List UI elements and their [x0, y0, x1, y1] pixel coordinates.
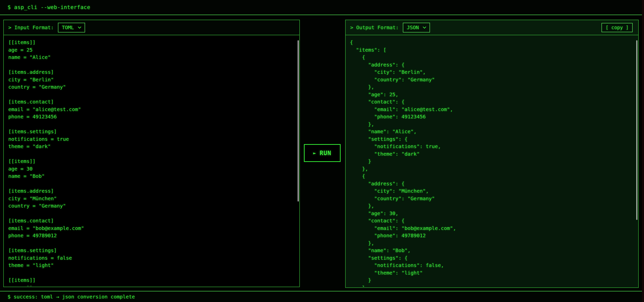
screen-right-edge — [642, 0, 644, 302]
chevron-down-icon — [422, 26, 426, 29]
input-panel: > Input Format: TOML [[items]] age = 25 … — [3, 20, 300, 287]
app-command: $ asp_cli --web-interface — [8, 4, 90, 10]
output-format-select[interactable]: JSON — [403, 23, 430, 32]
app-header: $ asp_cli --web-interface — [0, 0, 644, 15]
terminal-web-interface: $ asp_cli --web-interface > Input Format… — [0, 0, 644, 302]
status-bar: $ success: toml → json conversion comple… — [0, 291, 644, 302]
output-panel: > Output Format: JSON [ copy ] { "items"… — [345, 20, 639, 288]
input-format-label: > Input Format: — [8, 24, 54, 30]
run-button-label: RUN — [320, 150, 331, 157]
input-format-select[interactable]: TOML — [58, 23, 85, 32]
input-scrollbar-thumb[interactable] — [298, 40, 299, 202]
play-icon: ► — [313, 151, 316, 155]
output-viewer[interactable]: { "items": [ { "address": { "city": "Ber… — [346, 35, 638, 287]
run-button[interactable]: ► RUN — [304, 144, 341, 162]
output-format-value: JSON — [407, 24, 419, 30]
chevron-down-icon — [78, 26, 82, 29]
output-panel-header: > Output Format: JSON [ copy ] — [346, 20, 638, 35]
input-editor[interactable]: [[items]] age = 25 name = "Alice" [items… — [4, 35, 299, 286]
output-scrollbar-thumb[interactable] — [636, 40, 637, 220]
copy-button[interactable]: [ copy ] — [601, 23, 633, 32]
input-format-value: TOML — [62, 24, 74, 30]
status-message: $ success: toml → json conversion comple… — [8, 294, 135, 300]
input-panel-header: > Input Format: TOML — [4, 20, 299, 35]
output-format-label: > Output Format: — [350, 24, 399, 30]
